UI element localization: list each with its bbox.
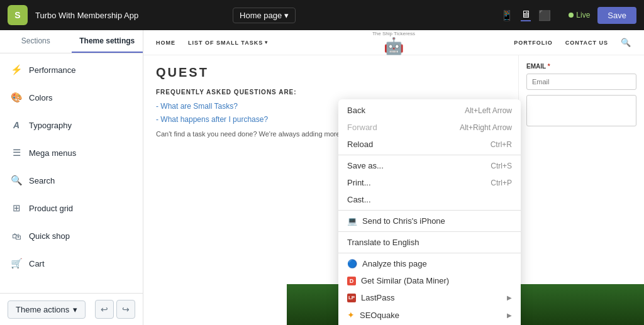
mobile-device-icon[interactable]: 📱: [501, 9, 513, 21]
cm-print-shortcut: Ctrl+P: [491, 179, 512, 187]
redo-button[interactable]: ↪: [116, 300, 135, 319]
quick-shop-icon: 🛍: [10, 229, 23, 242]
cm-reload-label: Reload: [347, 140, 373, 149]
undo-button[interactable]: ↩: [95, 300, 114, 319]
cm-lastpass-label: LastPass: [361, 293, 394, 302]
sidebar-item-typography[interactable]: A Typography: [0, 111, 143, 139]
cm-translate-label: Translate to English: [347, 238, 419, 247]
cm-sep-1: [338, 155, 521, 155]
content-area: HOME LIST OF SMALL TASKS ▾ The Ship Tick…: [143, 30, 644, 325]
cm-data-miner[interactable]: D Get Similar (Data Miner): [338, 272, 521, 289]
cm-data-miner-label: Get Similar (Data Miner): [361, 276, 449, 285]
app-name: Turbo With Membership App: [35, 11, 225, 20]
context-menu-overlay: Back Alt+Left Arrow Forward Alt+Right Ar…: [143, 30, 644, 325]
device-switcher: 📱 🖥 ⬛: [501, 9, 551, 21]
colors-icon: 🎨: [10, 91, 23, 104]
chevron-down-icon: ▾: [284, 11, 289, 20]
cm-analyze-icon: 🔵: [347, 259, 357, 268]
theme-actions-dropdown-icon: ▾: [73, 305, 77, 314]
cm-analyze[interactable]: 🔵 Analyze this page: [338, 255, 521, 272]
cm-seoquake-icon: ✦: [347, 310, 355, 320]
cm-seoquake-label: SEOquake: [360, 311, 399, 320]
cm-lastpass-icon: LP: [347, 294, 356, 302]
sidebar-item-search[interactable]: 🔍 Search: [0, 167, 143, 194]
cm-send-to[interactable]: 💻 Send to Chris's iPhone: [338, 212, 521, 229]
desktop-device-icon[interactable]: 🖥: [521, 9, 531, 21]
cm-lastpass[interactable]: LP LastPass ▶: [338, 289, 521, 306]
redo-icon: ↪: [122, 304, 130, 314]
topbar: S Turbo With Membership App Home page ▾ …: [0, 0, 644, 30]
sidebar-item-quick-shop[interactable]: 🛍 Quick shop: [0, 222, 143, 250]
cm-reload-shortcut: Ctrl+R: [491, 140, 512, 149]
cm-sep-4: [338, 253, 521, 253]
wide-device-icon[interactable]: ⬛: [538, 9, 551, 21]
cm-print[interactable]: Print... Ctrl+P: [338, 174, 521, 191]
mega-menus-icon: ☰: [10, 146, 23, 159]
tab-theme-settings[interactable]: Theme settings: [72, 30, 143, 53]
cm-save-as-shortcut: Ctrl+S: [491, 162, 512, 170]
cm-save-as-label: Save as...: [347, 161, 384, 170]
product-grid-icon: ⊞: [10, 202, 23, 214]
context-menu: Back Alt+Left Arrow Forward Alt+Right Ar…: [338, 99, 521, 325]
preview-frame: HOME LIST OF SMALL TASKS ▾ The Ship Tick…: [143, 30, 644, 325]
sidebar-item-colors[interactable]: 🎨 Colors: [0, 84, 143, 111]
cm-data-miner-icon: D: [347, 277, 356, 285]
cm-lastpass-arrow: ▶: [507, 294, 512, 301]
cm-sep-3: [338, 231, 521, 232]
cm-back-label: Back: [347, 106, 365, 115]
sidebar-footer: Theme actions ▾ ↩ ↪: [0, 293, 143, 325]
theme-actions-button[interactable]: Theme actions ▾: [8, 300, 86, 319]
shopify-logo: S: [8, 5, 28, 25]
page-selector[interactable]: Home page ▾: [233, 8, 296, 23]
cm-forward: Forward Alt+Right Arrow: [338, 119, 521, 136]
cm-translate[interactable]: Translate to English: [338, 234, 521, 251]
cm-back-shortcut: Alt+Left Arrow: [465, 106, 512, 115]
cm-cast[interactable]: Cast...: [338, 191, 521, 208]
save-button[interactable]: Save: [597, 7, 636, 24]
cm-forward-label: Forward: [347, 123, 377, 132]
live-badge: Live: [569, 11, 590, 19]
cm-analyze-label: Analyze this page: [362, 259, 427, 268]
cart-icon: 🛒: [10, 257, 23, 270]
cm-reload[interactable]: Reload Ctrl+R: [338, 136, 521, 153]
cm-print-label: Print...: [347, 178, 371, 187]
typography-icon: A: [10, 119, 23, 131]
cm-save-as[interactable]: Save as... Ctrl+S: [338, 157, 521, 174]
cm-seoquake-arrow: ▶: [507, 312, 512, 319]
sidebar-item-mega-menus[interactable]: ☰ Mega menus: [0, 139, 143, 167]
undo-redo-controls: ↩ ↪: [95, 300, 135, 319]
live-dot: [569, 13, 574, 18]
sidebar: Sections Theme settings ⚡ Performance 🎨 …: [0, 30, 143, 325]
sidebar-item-cart[interactable]: 🛒 Cart: [0, 250, 143, 277]
sidebar-item-performance[interactable]: ⚡ Performance: [0, 56, 143, 84]
tab-sections[interactable]: Sections: [0, 30, 72, 53]
performance-icon: ⚡: [10, 63, 23, 76]
cm-seoquake[interactable]: ✦ SEOquake ▶: [338, 306, 521, 324]
sidebar-items-list: ⚡ Performance 🎨 Colors A Typography ☰ Me…: [0, 53, 143, 293]
cm-back[interactable]: Back Alt+Left Arrow: [338, 102, 521, 119]
search-icon: 🔍: [10, 174, 23, 187]
sidebar-tabs: Sections Theme settings: [0, 30, 143, 53]
cm-sep-2: [338, 210, 521, 211]
cm-cast-label: Cast...: [347, 195, 371, 204]
cm-forward-shortcut: Alt+Right Arrow: [460, 123, 512, 132]
sidebar-item-product-grid[interactable]: ⊞ Product grid: [0, 194, 143, 222]
cm-send-to-label: Send to Chris's iPhone: [362, 216, 445, 226]
main-layout: Sections Theme settings ⚡ Performance 🎨 …: [0, 30, 644, 325]
cm-device-icon: 💻: [347, 216, 357, 226]
undo-icon: ↩: [101, 304, 108, 314]
